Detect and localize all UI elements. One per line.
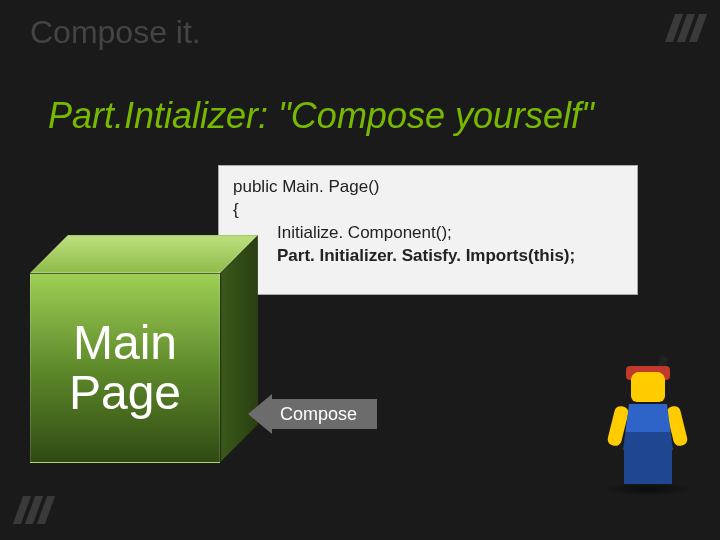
code-line: { bbox=[233, 199, 623, 222]
decorative-stripes-top bbox=[665, 14, 707, 42]
lego-figure-icon bbox=[600, 366, 696, 496]
decorative-stripes-bottom bbox=[13, 496, 55, 524]
code-snippet: public Main. Page() { Initialize. Compon… bbox=[218, 165, 638, 295]
code-line: } bbox=[233, 268, 623, 291]
cube-front-face: Main Page bbox=[30, 273, 220, 463]
code-line: public Main. Page() bbox=[233, 176, 623, 199]
compose-arrow: Compose bbox=[248, 394, 377, 434]
cube-label-line1: Main bbox=[73, 316, 177, 369]
arrow-left-icon bbox=[248, 394, 272, 434]
code-line: Part. Initializer. Satisfy. Imports(this… bbox=[233, 245, 623, 268]
subheading: Part.Intializer: "Compose yourself" bbox=[48, 95, 594, 137]
cube-label: Main Page bbox=[69, 318, 181, 419]
cube-label-line2: Page bbox=[69, 366, 181, 419]
arrow-label: Compose bbox=[272, 399, 377, 429]
code-line: Initialize. Component(); bbox=[233, 222, 623, 245]
slide-title: Compose it. bbox=[30, 14, 201, 51]
main-page-cube: Main Page bbox=[30, 235, 250, 455]
